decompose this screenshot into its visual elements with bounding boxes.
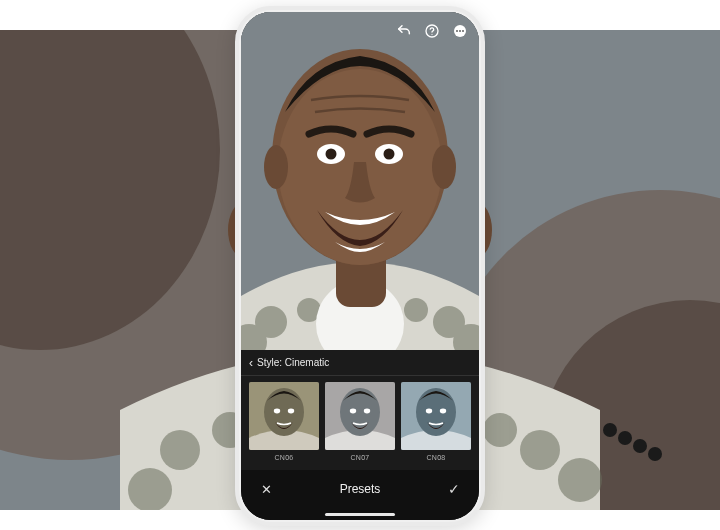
editor-preview-photo[interactable] xyxy=(241,12,479,350)
svg-point-30 xyxy=(404,298,428,322)
confirm-button[interactable]: ✓ xyxy=(445,480,463,498)
svg-point-41 xyxy=(384,149,395,160)
phone-frame: ‹ Style: Cinematic CN06 xyxy=(235,6,485,526)
svg-point-51 xyxy=(288,409,294,414)
svg-point-46 xyxy=(459,30,461,32)
svg-point-36 xyxy=(264,145,288,189)
svg-point-14 xyxy=(558,458,602,502)
preset-thumbnail xyxy=(401,382,471,450)
svg-point-37 xyxy=(432,145,456,189)
preset-item[interactable]: CN08 xyxy=(401,382,471,468)
svg-point-47 xyxy=(462,30,464,32)
svg-point-9 xyxy=(160,430,200,470)
check-icon: ✓ xyxy=(448,481,460,497)
svg-point-43 xyxy=(431,34,432,35)
style-category-label: Style: Cinematic xyxy=(257,357,329,368)
preset-label: CN06 xyxy=(274,454,293,461)
home-indicator xyxy=(325,513,395,516)
svg-point-6 xyxy=(618,431,632,445)
help-icon[interactable] xyxy=(423,22,441,40)
svg-point-7 xyxy=(633,439,647,453)
svg-point-55 xyxy=(364,409,370,414)
svg-point-13 xyxy=(483,413,517,447)
preset-thumbnail xyxy=(325,382,395,450)
svg-point-8 xyxy=(648,447,662,461)
editor-topbar xyxy=(395,22,469,40)
svg-point-58 xyxy=(426,409,432,414)
phone-screen: ‹ Style: Cinematic CN06 xyxy=(241,12,479,520)
svg-point-12 xyxy=(520,430,560,470)
svg-point-5 xyxy=(603,423,617,437)
undo-icon[interactable] xyxy=(395,22,413,40)
style-category-row[interactable]: ‹ Style: Cinematic xyxy=(241,350,479,376)
chevron-left-icon[interactable]: ‹ xyxy=(249,357,253,369)
preset-label: CN07 xyxy=(350,454,369,461)
preset-item[interactable]: CN06 xyxy=(249,382,319,468)
preset-item[interactable]: CN07 xyxy=(325,382,395,468)
svg-point-11 xyxy=(128,468,172,510)
preset-label: CN08 xyxy=(426,454,445,461)
close-icon: ✕ xyxy=(261,482,272,497)
svg-point-45 xyxy=(456,30,458,32)
panel-title: Presets xyxy=(340,482,381,496)
svg-point-54 xyxy=(350,409,356,414)
svg-point-50 xyxy=(274,409,280,414)
preset-thumbnail xyxy=(249,382,319,450)
more-icon[interactable] xyxy=(451,22,469,40)
cancel-button[interactable]: ✕ xyxy=(257,480,275,498)
svg-point-59 xyxy=(440,409,446,414)
svg-point-39 xyxy=(326,149,337,160)
preset-thumbnails-row: CN06 CN07 xyxy=(241,376,479,470)
